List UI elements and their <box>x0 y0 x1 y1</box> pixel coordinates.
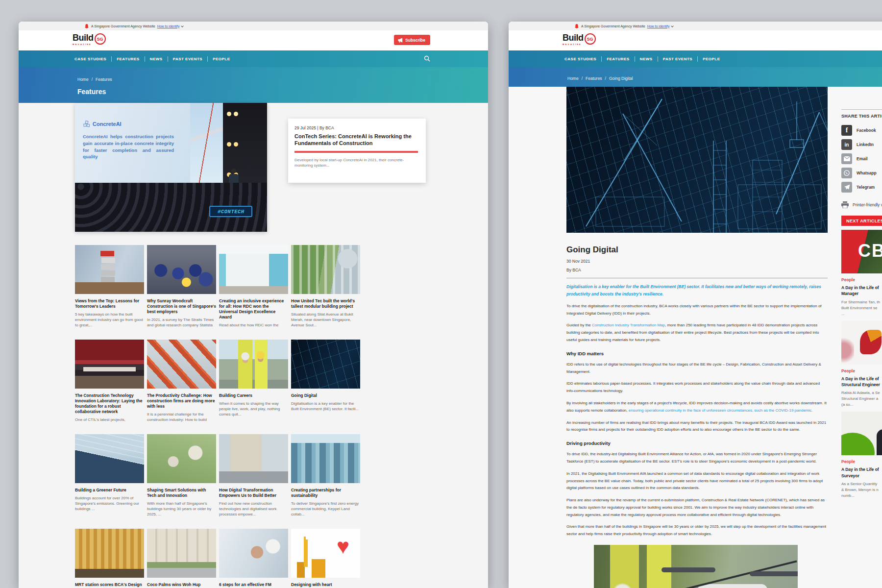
article-paragraph: In 2021, the Digitalising Built Environm… <box>566 470 828 492</box>
article-card-title[interactable]: Creating an inclusive experience for all… <box>219 298 288 320</box>
article-card-title[interactable]: Coco Palms wins Woh Hup construction exc… <box>147 582 216 588</box>
breadcrumb: Home/Features <box>77 77 488 82</box>
article-card-title[interactable]: 6 steps for an effective FM procurement … <box>219 582 288 588</box>
crane-photo <box>190 103 223 185</box>
how-to-identify-link[interactable]: How to identify <box>157 24 180 28</box>
red-underline-bar <box>294 151 418 153</box>
share-sidebar: SHARE THIS ARTICLE fFacebookinLinkedInEm… <box>841 87 882 588</box>
breadcrumb-item-features[interactable]: Features <box>96 77 112 82</box>
featured-article-image[interactable]: ConcreteAI ConcreteAI helps construction… <box>75 103 267 232</box>
article-card-title[interactable]: Going Digital <box>291 393 360 398</box>
category-label[interactable]: People <box>841 277 882 282</box>
search-icon[interactable] <box>424 55 430 62</box>
whatsapp-icon <box>841 168 852 178</box>
nav-item-people[interactable]: PEOPLE <box>703 57 720 61</box>
article-card[interactable]: 6 steps for an effective FM procurement … <box>219 529 288 588</box>
breadcrumb-item-home[interactable]: Home <box>77 77 89 82</box>
article-card-title[interactable]: Shaping Smart Solutions with Tech and In… <box>147 488 216 498</box>
next-article-excerpt: As a Senior Quantity & Brown, Mervyn is … <box>841 481 882 499</box>
nav-separator <box>207 56 208 62</box>
article-card-title[interactable]: Designing with heart <box>291 582 360 588</box>
article-thumbnail <box>75 529 144 578</box>
article-card[interactable]: Designing with heartKeen on a job that h… <box>291 529 360 588</box>
article-card-title[interactable]: How Digital Transformation Empowers Us t… <box>219 488 288 498</box>
article-card[interactable]: How Digital Transformation Empowers Us t… <box>219 434 288 517</box>
nav-separator <box>635 56 635 62</box>
share-button-telegram[interactable]: Telegram <box>841 182 882 193</box>
nav-item-features[interactable]: FEATURES <box>117 57 140 61</box>
article-card-title[interactable]: Views from the Top: Lessons for Tomorrow… <box>75 298 144 309</box>
article-hero-image <box>566 87 828 233</box>
nav-item-features[interactable]: FEATURES <box>607 57 630 61</box>
nav-item-case-studies[interactable]: CASE STUDIES <box>564 57 596 61</box>
article-card-title[interactable]: Why Sunray Woodcraft Construction is one… <box>147 298 216 315</box>
article-card[interactable]: MRT station scores BCA's Design and Engi… <box>75 529 144 588</box>
next-article-title[interactable]: A Day in the Life of Manager <box>841 285 882 297</box>
inline-link[interactable]: ensuring operational continuity in the f… <box>629 408 813 413</box>
article-card[interactable]: Views from the Top: Lessons for Tomorrow… <box>75 245 144 328</box>
article-card-title[interactable]: Creating partnerships for sustainability <box>291 488 360 498</box>
share-label: Whatsapp <box>857 171 877 175</box>
category-label[interactable]: People <box>841 459 882 464</box>
share-button-linkedin[interactable]: inLinkedIn <box>841 139 882 150</box>
gov-banner: A Singapore Government Agency Website Ho… <box>509 22 882 30</box>
article-card[interactable]: Going DigitalDigitalisation is a key ena… <box>291 340 360 423</box>
breadcrumb-separator: / <box>605 76 606 81</box>
subscribe-button[interactable]: Subscribe <box>394 35 430 45</box>
article-card-title[interactable]: MRT station scores BCA's Design and Engi… <box>75 582 144 588</box>
featured-article-panel[interactable]: 29 Jul 2025 | By BCA ConTech Series: Con… <box>288 119 426 183</box>
article-card-title[interactable]: How United Tec built the world's tallest… <box>291 298 360 309</box>
slide-copy: ConcreteAI helps construction projects g… <box>83 133 174 160</box>
article-card[interactable]: Creating partnerships for sustainability… <box>291 434 360 517</box>
nav-item-news[interactable]: NEWS <box>640 57 653 61</box>
article-card[interactable]: Why Sunray Woodcraft Construction is one… <box>147 245 216 328</box>
breadcrumb-item-going-digital[interactable]: Going Digital <box>609 76 633 81</box>
article-title: Going Digital <box>566 245 828 255</box>
article-card-title[interactable]: The Productivity Challenge: How construc… <box>147 393 216 409</box>
article-card[interactable]: How United Tec built the world's tallest… <box>291 245 360 328</box>
article-column: Going Digital 30 Nov 2021 By BCA Digital… <box>566 87 828 588</box>
article-card-title[interactable]: Building Careers <box>219 393 288 398</box>
featured-article-title[interactable]: ConTech Series: ConcreteAI is Reworking … <box>294 133 418 147</box>
inline-link[interactable]: Construction Industry Transformation Map <box>592 323 665 327</box>
share-button-email[interactable]: Email <box>841 153 882 164</box>
article-card[interactable]: Building a Greener FutureBuildings accou… <box>75 434 144 517</box>
category-label[interactable]: People <box>841 368 882 373</box>
concreteai-logo: ConcreteAI <box>83 121 122 127</box>
next-article-card[interactable]: CPGCORPORATIONPeopleA Day in the Life of… <box>841 321 882 408</box>
site-header: Build MAGAZINE SG <box>509 30 882 50</box>
next-article-image: CBRE <box>841 230 882 273</box>
next-articles-header[interactable]: NEXT ARTICLES <box>841 216 882 226</box>
article-content: Going Digital 30 Nov 2021 By BCA Digital… <box>509 87 882 588</box>
article-card-title[interactable]: Building a Greener Future <box>75 488 144 493</box>
share-label: Telegram <box>857 185 875 190</box>
share-button-facebook[interactable]: fFacebook <box>841 125 882 136</box>
article-card[interactable]: Coco Palms wins Woh Hup construction exc… <box>147 529 216 588</box>
article-card[interactable]: The Productivity Challenge: How construc… <box>147 340 216 423</box>
next-article-title[interactable]: A Day in the Life of Structural Engineer <box>841 376 882 388</box>
printer-friendly-button[interactable]: Printer-friendly version <box>841 201 882 208</box>
next-article-title[interactable]: A Day in the Life of Surveyor <box>841 466 882 479</box>
buildsg-logo[interactable]: Build MAGAZINE SG <box>73 33 106 46</box>
nav-item-people[interactable]: PEOPLE <box>213 57 230 61</box>
logo-sg-roundel: SG <box>585 33 596 45</box>
concreteai-logo-text: ConcreteAI <box>93 121 122 127</box>
next-article-card[interactable]: CurriePeopleA Day in the Life of Surveyo… <box>841 412 882 499</box>
nav-item-news[interactable]: NEWS <box>150 57 163 61</box>
how-to-identify-link[interactable]: How to identify <box>647 24 670 28</box>
breadcrumb-item-home[interactable]: Home <box>567 76 579 81</box>
article-card-title[interactable]: The Construction Technology Innovation L… <box>75 393 144 415</box>
nav-item-past-events[interactable]: PAST EVENTS <box>663 57 692 61</box>
article-card[interactable]: The Construction Technology Innovation L… <box>75 340 144 423</box>
article-card[interactable]: Creating an inclusive experience for all… <box>219 245 288 328</box>
share-button-whatsapp[interactable]: Whatsapp <box>841 168 882 178</box>
article-card-excerpt: When it comes to shaping the way people … <box>219 401 288 417</box>
nav-item-past-events[interactable]: PAST EVENTS <box>173 57 202 61</box>
nav-item-case-studies[interactable]: CASE STUDIES <box>74 57 106 61</box>
buildsg-logo[interactable]: Build MAGAZINE SG <box>563 33 596 46</box>
next-article-card[interactable]: CBREPeopleA Day in the Life of ManagerFo… <box>841 230 882 317</box>
article-card[interactable]: Shaping Smart Solutions with Tech and In… <box>147 434 216 517</box>
share-label: Facebook <box>857 128 876 133</box>
breadcrumb-item-features[interactable]: Features <box>586 76 602 81</box>
article-card[interactable]: Building CareersWhen it comes to shaping… <box>219 340 288 423</box>
